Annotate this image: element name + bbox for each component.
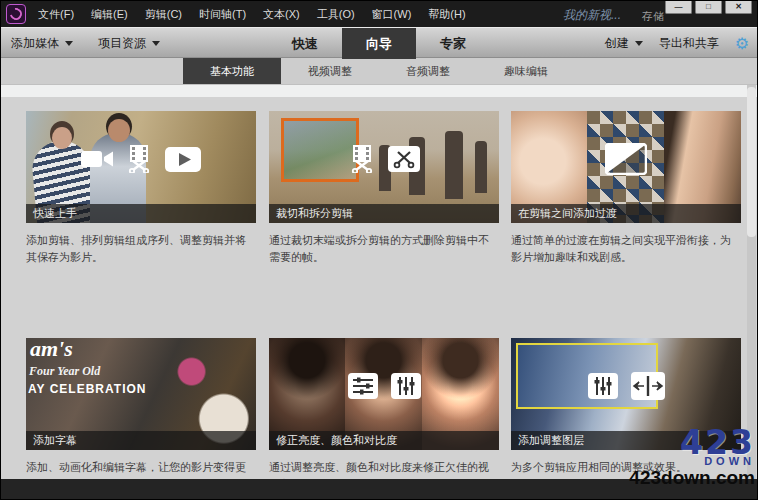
panel-top-strip <box>1 85 757 97</box>
guided-edit-card-get-started[interactable]: 快速上手 添加剪辑、排列剪辑组成序列、调整剪辑并将其保存为影片。 <box>26 111 256 265</box>
mode-tab[interactable]: 向导 <box>342 28 416 59</box>
chevron-down-icon <box>635 41 643 46</box>
guided-edit-card-titles[interactable]: am's Four Year Old AY CELEBRATION 添加字幕 添… <box>26 338 256 492</box>
guided-edit-card-trim-split[interactable]: 裁切和拆分剪辑 通过裁切末端或拆分剪辑的方式删除剪辑中不需要的帧。 <box>269 111 499 265</box>
card-description: 添加剪辑、排列剪辑组成序列、调整剪辑并将其保存为影片。 <box>26 232 256 265</box>
menu-item[interactable]: 文本(X) <box>263 7 300 22</box>
sliders-horizontal-icon <box>348 373 378 399</box>
card-description: 通过简单的过渡在剪辑之间实现平滑衔接，为影片增加趣味和戏剧感。 <box>511 232 741 265</box>
sliders-vertical-icon <box>391 373 421 399</box>
create-label: 创建 <box>605 35 629 52</box>
thumbnail-icons <box>269 111 499 207</box>
save-button[interactable]: 存储 <box>642 9 664 24</box>
watermark-url: 423down.com <box>629 468 755 487</box>
chevron-down-icon <box>65 41 73 46</box>
chevron-down-icon <box>152 41 160 46</box>
menu-item[interactable]: 窗口(W) <box>372 7 412 22</box>
create-dropdown[interactable]: 创建 <box>605 28 643 59</box>
guided-category-bar: 基本功能视频调整音频调整趣味编辑 <box>1 58 757 85</box>
card-thumbnail: 裁切和拆分剪辑 <box>269 111 499 223</box>
close-button[interactable]: ✕ <box>725 1 752 14</box>
thumbnail-icons <box>26 111 256 207</box>
card-thumbnail: 修正亮度、颜色和对比度 <box>269 338 499 450</box>
add-media-label: 添加媒体 <box>11 35 59 52</box>
menu-item[interactable]: 剪辑(C) <box>145 7 182 22</box>
thumbnail-icons <box>511 338 741 434</box>
scissors-split-icon <box>388 146 420 172</box>
scrollbar-track[interactable] <box>747 85 756 479</box>
maximize-button[interactable]: □ <box>695 1 722 14</box>
project-title: 我的新视... <box>563 7 621 24</box>
mode-tab[interactable]: 快速 <box>268 28 342 59</box>
menu-item[interactable]: 文件(F) <box>38 7 74 22</box>
category-tab[interactable]: 音频调整 <box>379 58 477 84</box>
menu-item[interactable]: 帮助(H) <box>428 7 465 22</box>
main-toolbar: 添加媒体 项目资源 快速向导专家 创建 导出和共享 ⚙ <box>1 27 757 58</box>
title-overlay-text: Four Year Old <box>29 364 100 379</box>
card-thumbnail: 快速上手 <box>26 111 256 223</box>
app-window: 文件(F)编辑(E)剪辑(C)时间轴(T)文本(X)工具(O)窗口(W)帮助(H… <box>0 0 758 500</box>
play-button-icon <box>165 147 201 172</box>
category-tab[interactable]: 视频调整 <box>281 58 379 84</box>
project-assets-dropdown[interactable]: 项目资源 <box>98 28 160 59</box>
toolbar-right: 创建 导出和共享 ⚙ <box>605 28 749 59</box>
premiere-elements-logo-icon <box>6 4 26 24</box>
export-share-button[interactable]: 导出和共享 <box>659 35 719 52</box>
mode-tab[interactable]: 专家 <box>416 28 490 59</box>
menu-item[interactable]: 时间轴(T) <box>199 7 246 22</box>
apply-across-clips-icon <box>631 372 665 400</box>
trim-film-scissors-icon <box>126 145 152 173</box>
guided-edits-panel: 快速上手 添加剪辑、排列剪辑组成序列、调整剪辑并将其保存为影片。 <box>1 85 757 479</box>
project-assets-label: 项目资源 <box>98 35 146 52</box>
thumbnail-icons <box>511 111 741 207</box>
scrollbar-thumb[interactable] <box>747 87 756 237</box>
title-overlay-text: AY CELEBRATION <box>28 382 146 396</box>
sliders-vertical-icon <box>588 373 618 399</box>
watermark: 423 DOWN 423down.com <box>629 426 755 487</box>
minimize-button[interactable]: — <box>665 1 692 14</box>
card-description: 通过裁切末端或拆分剪辑的方式删除剪辑中不需要的帧。 <box>269 232 499 265</box>
card-thumbnail: am's Four Year Old AY CELEBRATION 添加字幕 <box>26 338 256 450</box>
thumbnail-icons <box>269 338 499 434</box>
add-media-dropdown[interactable]: 添加媒体 <box>11 28 73 59</box>
transition-diagonal-icon <box>605 143 647 175</box>
card-title: 添加字幕 <box>26 431 256 450</box>
window-controls: — □ ✕ <box>665 1 752 14</box>
menu-item[interactable]: 编辑(E) <box>91 7 128 22</box>
settings-gear-icon[interactable]: ⚙ <box>735 36 749 52</box>
category-tab[interactable]: 基本功能 <box>183 58 281 84</box>
title-overlay-text: am's <box>30 338 73 362</box>
trim-film-scissors-icon <box>349 145 375 173</box>
menu-bar: 文件(F)编辑(E)剪辑(C)时间轴(T)文本(X)工具(O)窗口(W)帮助(H… <box>38 7 466 22</box>
guided-edit-card-transitions[interactable]: 在剪辑之间添加过渡 通过简单的过渡在剪辑之间实现平滑衔接，为影片增加趣味和戏剧感… <box>511 111 741 265</box>
menu-item[interactable]: 工具(O) <box>317 7 355 22</box>
guided-edit-card-fix-color[interactable]: 修正亮度、颜色和对比度 通过调整亮度、颜色和对比度来修正欠佳的视频剪辑。 <box>269 338 499 492</box>
card-thumbnail: 在剪辑之间添加过渡 <box>511 111 741 223</box>
title-bar: 文件(F)编辑(E)剪辑(C)时间轴(T)文本(X)工具(O)窗口(W)帮助(H… <box>1 1 757 27</box>
category-tab[interactable]: 趣味编辑 <box>477 58 575 84</box>
camcorder-icon <box>81 148 113 170</box>
mode-tabs: 快速向导专家 <box>268 28 490 59</box>
